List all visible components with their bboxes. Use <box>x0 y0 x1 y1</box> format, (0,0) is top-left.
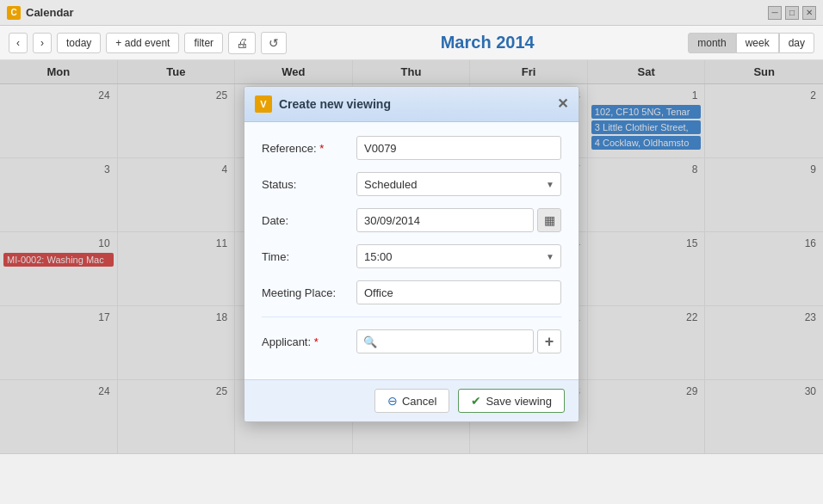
view-toggle: month week day <box>688 33 814 53</box>
date-input-wrapper: ▦ <box>356 208 561 232</box>
modal-header-icon: V <box>255 95 272 113</box>
app-title: Calendar <box>26 6 763 19</box>
modal-body: Reference: * Status: Scheduled Completed… <box>244 122 579 379</box>
status-label: Status: <box>262 178 356 191</box>
status-select-wrapper: Scheduled Completed Cancelled ▼ <box>356 172 561 196</box>
applicant-wrapper: 🔍 + <box>356 329 561 353</box>
date-row: Date: ▦ <box>262 208 561 232</box>
date-input[interactable] <box>356 208 534 232</box>
save-viewing-button[interactable]: ✔ Save viewing <box>458 389 565 413</box>
create-viewing-modal: V Create new viewing ✕ Reference: * Stat… <box>244 86 579 422</box>
save-icon: ✔ <box>471 394 481 408</box>
time-label: Time: <box>262 250 356 263</box>
calendar-icon: ▦ <box>544 213 555 227</box>
app-icon: C <box>7 6 21 20</box>
minimize-button[interactable]: ─ <box>768 6 782 20</box>
time-select[interactable]: 15:00 15:30 16:00 <box>356 244 561 268</box>
calendar-picker-button[interactable]: ▦ <box>537 208 561 232</box>
filter-button[interactable]: filter <box>184 33 223 53</box>
modal-overlay: V Create new viewing ✕ Reference: * Stat… <box>0 60 823 454</box>
applicant-label: Applicant: * <box>262 335 356 348</box>
view-month-button[interactable]: month <box>688 33 735 53</box>
month-title: March 2014 <box>292 33 683 52</box>
save-label: Save viewing <box>486 395 552 408</box>
form-divider <box>262 317 561 317</box>
next-button[interactable]: › <box>33 33 52 53</box>
view-day-button[interactable]: day <box>779 33 814 53</box>
date-label: Date: <box>262 214 356 227</box>
modal-footer: ⊖ Cancel ✔ Save viewing <box>244 379 579 421</box>
add-applicant-button[interactable]: + <box>537 329 561 353</box>
title-bar: C Calendar ─ □ ✕ <box>0 0 823 26</box>
refresh-icon: ↺ <box>269 36 279 50</box>
meeting-place-row: Meeting Place: <box>262 280 561 304</box>
modal-header: V Create new viewing ✕ <box>244 87 579 122</box>
modal-title: Create new viewing <box>279 97 550 111</box>
toolbar: ‹ › today + add event filter 🖨 ↺ March 2… <box>0 26 823 60</box>
time-select-wrapper: 15:00 15:30 16:00 ▼ <box>356 244 561 268</box>
applicant-search-input[interactable] <box>356 329 534 353</box>
meeting-place-label: Meeting Place: <box>262 286 356 299</box>
reference-row: Reference: * <box>262 136 561 160</box>
view-week-button[interactable]: week <box>736 33 779 53</box>
applicant-search-wrapper: 🔍 <box>356 329 534 353</box>
print-button[interactable]: 🖨 <box>228 32 256 54</box>
window-controls: ─ □ ✕ <box>768 6 816 20</box>
time-row: Time: 15:00 15:30 16:00 ▼ <box>262 244 561 268</box>
prev-button[interactable]: ‹ <box>9 33 28 53</box>
today-button[interactable]: today <box>57 33 101 53</box>
cancel-icon: ⊖ <box>387 394 398 408</box>
modal-close-button[interactable]: ✕ <box>557 97 568 111</box>
reference-input[interactable] <box>356 136 561 160</box>
calendar-container: Mon Tue Wed Thu Fri Sat Sun 24 25 26 27 … <box>0 60 823 454</box>
cancel-label: Cancel <box>402 395 436 408</box>
applicant-row: Applicant: * 🔍 + <box>262 329 561 353</box>
meeting-place-input[interactable] <box>356 280 561 304</box>
print-icon: 🖨 <box>236 36 248 50</box>
status-select[interactable]: Scheduled Completed Cancelled <box>356 172 561 196</box>
reference-label: Reference: * <box>262 142 356 155</box>
close-window-button[interactable]: ✕ <box>802 6 816 20</box>
refresh-button[interactable]: ↺ <box>261 32 287 54</box>
status-row: Status: Scheduled Completed Cancelled ▼ <box>262 172 561 196</box>
maximize-button[interactable]: □ <box>785 6 799 20</box>
cancel-button[interactable]: ⊖ Cancel <box>374 389 449 413</box>
add-event-button[interactable]: + add event <box>106 33 179 53</box>
